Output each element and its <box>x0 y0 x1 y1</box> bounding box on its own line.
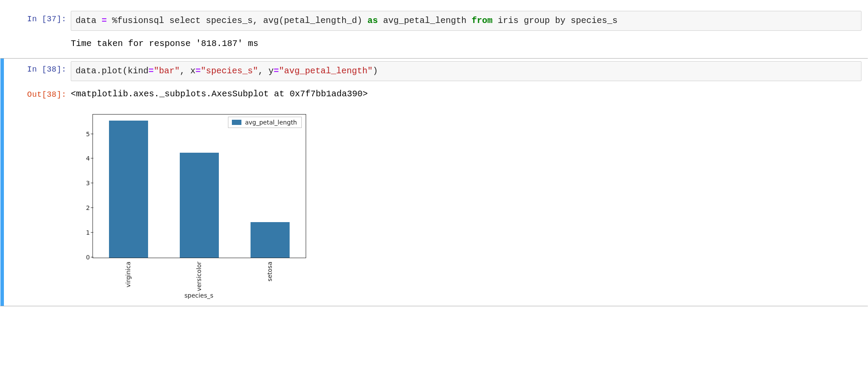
chart-ytick-mark <box>91 183 93 184</box>
chart-output: species_s 012345virginicaversicolorsetos… <box>71 107 861 303</box>
chart-bar <box>251 222 290 258</box>
code-token-eq: = <box>149 66 154 76</box>
code-token-kwarg: kind <box>128 66 149 76</box>
chart-bar <box>109 121 148 258</box>
code-token-kwarg: x <box>190 66 195 76</box>
chart-ytick-label: 2 <box>71 204 90 211</box>
cell-input-row: In [38]: data.plot(kind="bar", x="specie… <box>4 59 868 84</box>
chart-ytick-label: 1 <box>71 229 90 236</box>
chart-ytick-label: 3 <box>71 180 90 187</box>
code-token-method: plot <box>102 66 122 76</box>
chart-ytick-label: 4 <box>71 155 90 162</box>
code-token-var: data <box>76 16 96 26</box>
code-token-sep: , <box>258 66 268 76</box>
chart-ytick-mark <box>91 257 93 257</box>
chart-ytick-mark <box>91 134 93 134</box>
code-token-obj: data <box>76 66 96 76</box>
cell-input-row: In [37]: data = %fusionsql select specie… <box>4 8 868 33</box>
code-token-kwarg: y <box>268 66 274 76</box>
input-prompt: In [38]: <box>10 61 71 75</box>
code-token-sql: iris group by species_s <box>492 16 617 26</box>
cell-run-indicator <box>0 8 4 54</box>
code-token-from: from <box>472 16 492 26</box>
code-token-sep: , <box>180 66 190 76</box>
chart-legend-label: avg_petal_length <box>245 119 297 126</box>
code-token-magic: %fusionsql <box>112 16 164 26</box>
chart-plot-area <box>92 114 306 258</box>
code-token-close: ) <box>373 66 378 76</box>
chart-bar <box>180 153 219 258</box>
code-token-as: as <box>367 16 378 26</box>
code-token-eq: = <box>195 66 201 76</box>
code-token-str: "species_s" <box>201 66 258 76</box>
stdout-output: Time taken for response '818.187' ms <box>71 36 861 52</box>
code-token-open: ( <box>122 66 128 76</box>
cell-figure-row: species_s 012345virginicaversicolorsetos… <box>4 105 868 306</box>
chart-ytick-label: 0 <box>71 254 90 261</box>
jupyter-notebook: In [37]: data = %fusionsql select specie… <box>0 0 868 306</box>
chart-xlabel: species_s <box>92 292 305 299</box>
cell-output-row: Out[38]: <matplotlib.axes._subplots.Axes… <box>4 84 868 105</box>
chart-legend-swatch <box>232 120 241 125</box>
code-token-eq: = <box>274 66 279 76</box>
empty-prompt <box>10 36 71 39</box>
repr-output: <matplotlib.axes._subplots.AxesSubplot a… <box>71 86 861 102</box>
chart-xtick-label: versicolor <box>195 262 202 291</box>
code-input[interactable]: data = %fusionsql select species_s, avg(… <box>71 11 861 31</box>
code-token-assign: = <box>96 16 112 26</box>
cell-stdout-row: Time taken for response '818.187' ms <box>4 33 868 54</box>
code-token-sql: select species_s, avg(petal_length_d) <box>164 16 367 26</box>
chart-xtick-label: setosa <box>266 262 273 282</box>
cell-38: In [38]: data.plot(kind="bar", x="specie… <box>0 58 868 306</box>
output-prompt: Out[38]: <box>10 86 71 100</box>
code-token-sql: avg_petal_length <box>378 16 472 26</box>
chart-legend: avg_petal_length <box>228 117 302 128</box>
chart-xtick-label: virginica <box>125 262 132 288</box>
code-token-str: "bar" <box>154 66 180 76</box>
chart-ytick-mark <box>91 232 93 233</box>
empty-prompt <box>10 107 71 110</box>
bar-chart: species_s 012345virginicaversicolorsetos… <box>71 110 314 301</box>
chart-ytick-label: 5 <box>71 131 90 138</box>
code-token-str: "avg_petal_length" <box>279 66 373 76</box>
chart-ytick-mark <box>91 207 93 208</box>
cell-run-indicator <box>0 59 4 306</box>
code-input[interactable]: data.plot(kind="bar", x="species_s", y="… <box>71 61 861 81</box>
code-token-dot: . <box>96 66 102 76</box>
input-prompt: In [37]: <box>10 11 71 25</box>
cell-37: In [37]: data = %fusionsql select specie… <box>0 8 868 55</box>
chart-ytick-mark <box>91 158 93 159</box>
